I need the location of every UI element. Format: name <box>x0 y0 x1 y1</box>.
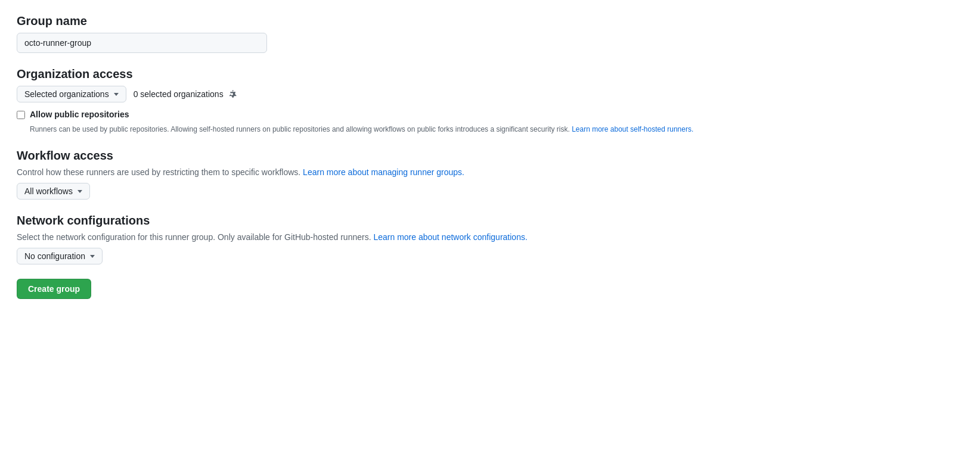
all-workflows-dropdown[interactable]: All workflows <box>17 183 90 200</box>
allow-public-repos-description: Runners can be used by public repositori… <box>30 124 963 135</box>
selected-orgs-dropdown-label: Selected organizations <box>24 89 109 99</box>
create-group-button[interactable]: Create group <box>17 279 91 299</box>
group-name-section: Group name <box>17 14 963 53</box>
group-name-title: Group name <box>17 14 963 28</box>
no-configuration-dropdown-label: No configuration <box>24 251 85 261</box>
workflow-access-section: Workflow access Control how these runner… <box>17 149 963 200</box>
gear-icon[interactable] <box>227 89 237 99</box>
workflow-access-description: Control how these runners are used by re… <box>17 167 963 177</box>
all-workflows-dropdown-label: All workflows <box>24 186 73 196</box>
network-config-title: Network configurations <box>17 214 963 228</box>
workflow-access-title: Workflow access <box>17 149 963 163</box>
org-access-row: Selected organizations 0 selected organi… <box>17 86 963 102</box>
chevron-down-icon-3 <box>90 255 95 258</box>
network-config-section: Network configurations Select the networ… <box>17 214 963 264</box>
allow-public-repos-checkbox[interactable] <box>17 111 25 119</box>
self-hosted-runners-link[interactable]: Learn more about self-hosted runners. <box>572 125 693 133</box>
create-group-section: Create group <box>17 279 963 299</box>
chevron-down-icon <box>114 93 119 96</box>
chevron-down-icon-2 <box>77 190 82 193</box>
allow-public-repos-label[interactable]: Allow public repositories <box>30 110 129 119</box>
network-config-link[interactable]: Learn more about network configurations. <box>373 232 527 242</box>
selected-orgs-dropdown[interactable]: Selected organizations <box>17 86 126 102</box>
org-access-section: Organization access Selected organizatio… <box>17 67 963 135</box>
org-access-title: Organization access <box>17 67 963 81</box>
allow-public-repos-row: Allow public repositories <box>17 110 963 119</box>
group-name-input[interactable] <box>17 33 267 53</box>
selected-count-display: 0 selected organizations <box>134 89 237 99</box>
no-configuration-dropdown[interactable]: No configuration <box>17 248 103 264</box>
network-config-description: Select the network configuration for thi… <box>17 232 963 242</box>
selected-count-text: 0 selected organizations <box>134 89 224 99</box>
create-group-button-label: Create group <box>28 284 80 294</box>
managing-runner-groups-link[interactable]: Learn more about managing runner groups. <box>303 167 464 177</box>
